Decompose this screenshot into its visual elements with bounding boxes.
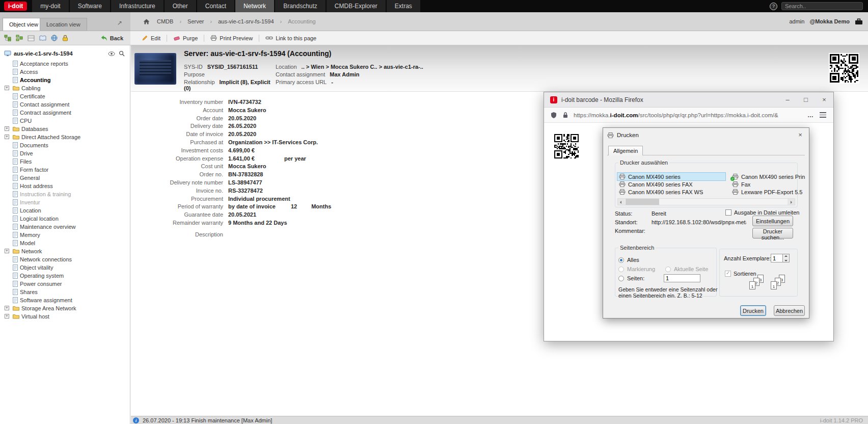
top-menu-item[interactable]: Extras: [387, 0, 420, 12]
list-view-icon[interactable]: [28, 35, 35, 41]
sidebar-item[interactable]: Contract assignment: [0, 109, 130, 117]
back-button[interactable]: Back: [101, 35, 123, 41]
sidebar-item[interactable]: Direct Attached Storage: [0, 133, 130, 141]
copies-input[interactable]: [771, 254, 783, 262]
globe-icon[interactable]: [51, 35, 58, 41]
radio-selection[interactable]: Markierung: [618, 266, 655, 272]
link-button[interactable]: Link to this page: [265, 35, 316, 41]
top-menu-item[interactable]: Network: [235, 0, 274, 12]
sidebar-item[interactable]: Accounting: [0, 76, 130, 84]
dialog-titlebar[interactable]: Drucken ×: [603, 128, 809, 142]
tab-allgemein[interactable]: Allgemein: [608, 146, 643, 155]
sidebar-item[interactable]: Drive: [0, 149, 130, 157]
sidebar-item[interactable]: Location: [0, 206, 130, 215]
popout-icon[interactable]: ↗: [117, 19, 122, 26]
sidebar-item[interactable]: Form factor: [0, 166, 130, 174]
maximize-button[interactable]: □: [797, 92, 815, 107]
tab-object-view[interactable]: Object view: [3, 18, 45, 31]
more-button[interactable]: …: [807, 112, 813, 119]
expand-icon[interactable]: [5, 86, 9, 90]
tree-root[interactable]: aus-vie-c1-srv-fs-1594: [0, 45, 130, 60]
printer-item[interactable]: Fax: [730, 180, 806, 188]
shield-icon[interactable]: [550, 112, 557, 119]
sidebar-item[interactable]: Network connections: [0, 255, 130, 263]
expand-tree-icon[interactable]: [16, 35, 23, 41]
sidebar-item[interactable]: Instruction & training: [0, 190, 130, 198]
briefcase-icon[interactable]: [855, 18, 863, 25]
expand-icon[interactable]: [5, 306, 9, 310]
expand-icon[interactable]: [5, 249, 9, 253]
sidebar-item[interactable]: Files: [0, 157, 130, 166]
sidebar-item[interactable]: Maintenance overview: [0, 223, 130, 231]
sidebar-item[interactable]: Power consumer: [0, 280, 130, 288]
sidebar-item[interactable]: Documents: [0, 141, 130, 149]
eye-icon[interactable]: [108, 51, 115, 56]
help-icon[interactable]: ?: [770, 3, 777, 10]
breadcrumb-item[interactable]: Accounting: [274, 18, 316, 24]
menu-icon[interactable]: [819, 110, 827, 119]
spin-up-arrow[interactable]: [783, 254, 789, 258]
sidebar-item[interactable]: CPU: [0, 117, 130, 125]
sidebar-item[interactable]: Host address: [0, 182, 130, 190]
window-titlebar[interactable]: i i-doit barcode - Mozilla Firefox – □ ×: [544, 92, 833, 108]
sidebar-item[interactable]: Virtual host: [0, 312, 130, 321]
sidebar-item[interactable]: Acceptance reports: [0, 60, 130, 68]
sidebar-item[interactable]: Inventur: [0, 198, 130, 206]
top-menu-item[interactable]: Contact: [197, 0, 234, 12]
sidebar-item[interactable]: Databases: [0, 125, 130, 133]
spin-down-arrow[interactable]: [783, 258, 789, 262]
lock-icon[interactable]: [562, 112, 568, 118]
cancel-button[interactable]: Abbrechen: [774, 305, 805, 316]
find-printer-button[interactable]: Drucker suchen...: [752, 228, 793, 238]
sidebar-item[interactable]: Access: [0, 68, 130, 76]
sidebar-item[interactable]: Software assignment: [0, 296, 130, 304]
purge-button[interactable]: Purge: [173, 35, 198, 41]
radio-all-pages[interactable]: Alles: [618, 257, 639, 263]
tab-location-view[interactable]: Location view: [40, 18, 87, 31]
book-icon[interactable]: [39, 35, 46, 41]
dialog-close-button[interactable]: ×: [796, 130, 805, 140]
scrollbar-thumb[interactable]: [626, 199, 659, 205]
search-input[interactable]: [781, 2, 863, 10]
sidebar-item[interactable]: Object vitality: [0, 263, 130, 272]
sidebar-item[interactable]: Certificate: [0, 92, 130, 100]
radio-current-page[interactable]: Aktuelle Seite: [665, 266, 708, 272]
expand-icon[interactable]: [5, 126, 9, 131]
edit-button[interactable]: Edit: [142, 35, 160, 41]
app-logo[interactable]: i-doit: [4, 2, 27, 11]
sidebar-item[interactable]: Storage Area Network: [0, 304, 130, 312]
scroll-right-arrow[interactable]: [788, 199, 795, 205]
sidebar-item[interactable]: Contact assignment: [0, 100, 130, 109]
sidebar-item[interactable]: Network: [0, 247, 130, 255]
home-icon[interactable]: [143, 19, 150, 24]
breadcrumb-item[interactable]: Server: [173, 18, 204, 24]
sidebar-item[interactable]: Model: [0, 239, 130, 247]
expand-icon[interactable]: [5, 135, 9, 139]
printer-item[interactable]: Canon MX490 series FAX: [617, 180, 725, 188]
pages-input[interactable]: [664, 274, 700, 282]
sidebar-item[interactable]: Logical location: [0, 215, 130, 223]
printer-item[interactable]: Canon MX490 series FAX WS: [617, 188, 725, 196]
sidebar-item[interactable]: General: [0, 174, 130, 182]
top-menu-item[interactable]: my-doit: [32, 0, 68, 12]
top-menu-item[interactable]: Other: [165, 0, 196, 12]
printer-item[interactable]: Canon MX490 series: [617, 173, 725, 180]
sidebar-item[interactable]: Cabling: [0, 84, 130, 92]
printer-item[interactable]: Lexware PDF-Export 5.5: [730, 188, 806, 196]
top-menu-item[interactable]: Brandschutz: [275, 0, 326, 12]
breadcrumb-item[interactable]: aus-vie-c1-srv-fs-1594: [204, 18, 274, 24]
settings-button[interactable]: Einstellungen: [752, 216, 793, 226]
minimize-button[interactable]: –: [778, 92, 797, 107]
breadcrumb-item[interactable]: CMDB: [157, 18, 173, 24]
horizontal-scrollbar[interactable]: [617, 198, 795, 205]
scroll-left-arrow[interactable]: [618, 199, 625, 205]
sidebar-item[interactable]: Operating system: [0, 272, 130, 280]
print-to-file-checkbox[interactable]: Ausgabe in Datei umleiten: [725, 209, 799, 216]
top-menu-item[interactable]: Infrastructure: [111, 0, 164, 12]
print-preview-button[interactable]: Print Preview: [210, 35, 253, 41]
close-button[interactable]: ×: [815, 92, 833, 107]
expand-icon[interactable]: [5, 314, 9, 319]
magnifier-icon[interactable]: [119, 50, 125, 57]
tree-view-icon[interactable]: [4, 35, 11, 41]
printer-item[interactable]: Canon MX490 series Prin: [730, 173, 806, 180]
